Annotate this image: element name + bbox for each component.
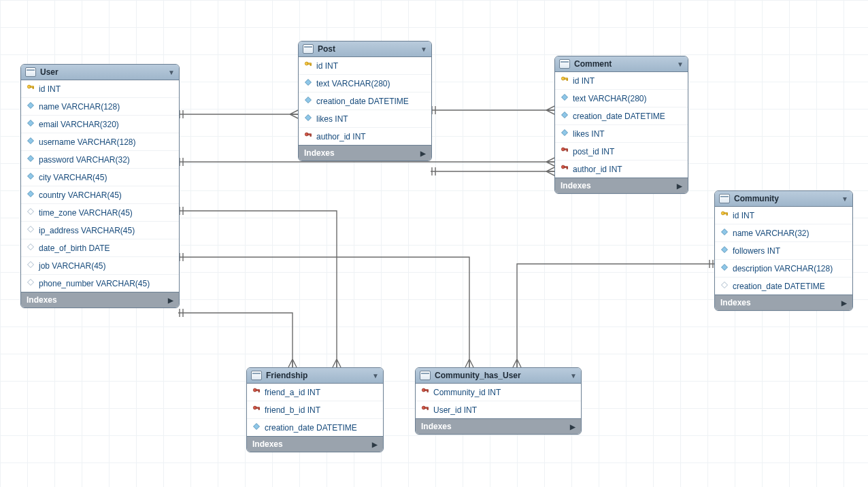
column-row[interactable]: post_id INT <box>555 143 688 161</box>
column-label: phone_number VARCHAR(45) <box>39 279 150 288</box>
entity-comment[interactable]: Comment▼id INTtext VARCHAR(280)creation_… <box>554 56 688 194</box>
column-list: id INTtext VARCHAR(280)creation_date DAT… <box>299 57 431 145</box>
column-row[interactable]: id INT <box>555 72 688 90</box>
opt-icon <box>27 261 35 271</box>
column-row[interactable]: id INT <box>299 57 431 75</box>
column-row[interactable]: creation_date DATETIME <box>247 419 383 436</box>
column-row[interactable]: creation_date DATETIME <box>715 278 852 295</box>
indexes-section[interactable]: Indexes▶ <box>555 178 688 193</box>
column-label: friend_b_id INT <box>265 405 320 415</box>
column-label: Community_id INT <box>433 388 501 397</box>
column-row[interactable]: likes INT <box>299 110 431 128</box>
indexes-section[interactable]: Indexes▶ <box>299 145 431 161</box>
column-row[interactable]: name VARCHAR(128) <box>21 98 179 116</box>
col-icon <box>720 228 729 238</box>
column-row[interactable]: country VARCHAR(45) <box>21 186 179 204</box>
column-row[interactable]: text VARCHAR(280) <box>555 90 688 107</box>
column-row[interactable]: id INT <box>21 80 179 98</box>
column-row[interactable]: creation_date DATETIME <box>299 93 431 110</box>
entity-title-bar[interactable]: Friendship▼ <box>247 368 383 384</box>
fk-icon <box>252 405 261 415</box>
column-label: text VARCHAR(280) <box>316 79 390 88</box>
col-icon <box>561 111 569 121</box>
collapse-icon[interactable]: ▼ <box>420 46 427 53</box>
column-row[interactable]: city VARCHAR(45) <box>21 169 179 186</box>
column-row[interactable]: job VARCHAR(45) <box>21 257 179 275</box>
table-icon <box>251 371 262 380</box>
column-row[interactable]: author_id INT <box>299 128 431 145</box>
expand-icon: ▶ <box>841 299 847 307</box>
entity-user[interactable]: User▼id INTname VARCHAR(128)email VARCHA… <box>20 64 180 308</box>
table-icon <box>719 194 730 203</box>
col-icon <box>720 263 729 273</box>
collapse-icon[interactable]: ▼ <box>372 372 379 380</box>
entity-title-bar[interactable]: Comment▼ <box>555 56 688 72</box>
col-icon <box>27 137 35 147</box>
indexes-section[interactable]: Indexes▶ <box>247 436 383 452</box>
column-row[interactable]: date_of_birth DATE <box>21 239 179 257</box>
entity-title-bar[interactable]: Community▼ <box>715 191 852 207</box>
table-icon <box>559 59 570 69</box>
column-row[interactable]: followers INT <box>715 242 852 260</box>
collapse-icon[interactable]: ▼ <box>841 195 848 203</box>
column-row[interactable]: email VARCHAR(320) <box>21 116 179 133</box>
entity-title-bar[interactable]: Community_has_User▼ <box>416 368 581 384</box>
opt-icon <box>27 278 35 288</box>
column-row[interactable]: username VARCHAR(128) <box>21 133 179 151</box>
column-label: post_id INT <box>573 147 614 156</box>
column-row[interactable]: name VARCHAR(32) <box>715 224 852 242</box>
indexes-section[interactable]: Indexes▶ <box>21 292 179 307</box>
column-row[interactable]: author_id INT <box>555 161 688 178</box>
svg-rect-32 <box>427 408 429 409</box>
collapse-icon[interactable]: ▼ <box>677 61 684 68</box>
column-row[interactable]: id INT <box>715 207 852 224</box>
col-icon <box>304 114 312 124</box>
column-row[interactable]: text VARCHAR(280) <box>299 75 431 93</box>
column-label: friend_a_id INT <box>265 388 320 397</box>
col-icon <box>252 422 261 433</box>
column-row[interactable]: ip_address VARCHAR(45) <box>21 222 179 239</box>
column-label: country VARCHAR(45) <box>39 190 122 200</box>
column-label: email VARCHAR(320) <box>39 120 119 129</box>
entity-title: Post <box>318 44 335 54</box>
column-row[interactable]: creation_date DATETIME <box>555 107 688 125</box>
indexes-section[interactable]: Indexes▶ <box>715 295 852 310</box>
column-label: id INT <box>733 211 754 220</box>
column-label: creation_date DATETIME <box>573 112 665 121</box>
svg-rect-11 <box>567 79 568 80</box>
entity-community[interactable]: Community▼id INTname VARCHAR(32)follower… <box>714 190 853 311</box>
column-row[interactable]: friend_a_id INT <box>247 384 383 401</box>
column-list: id INTname VARCHAR(128)email VARCHAR(320… <box>21 80 179 292</box>
svg-rect-14 <box>567 150 568 151</box>
table-icon <box>25 67 36 77</box>
entity-post[interactable]: Post▼id INTtext VARCHAR(280)creation_dat… <box>298 41 432 161</box>
svg-rect-5 <box>310 64 312 65</box>
column-row[interactable]: likes INT <box>555 125 688 143</box>
column-row[interactable]: description VARCHAR(128) <box>715 260 852 278</box>
collapse-icon[interactable]: ▼ <box>570 372 577 380</box>
column-list: Community_id INTUser_id INT <box>416 384 581 418</box>
entity-title-bar[interactable]: Post▼ <box>299 41 431 57</box>
entity-friendship[interactable]: Friendship▼friend_a_id INTfriend_b_id IN… <box>246 367 384 452</box>
column-label: city VARCHAR(45) <box>39 173 107 182</box>
pk-icon <box>720 210 729 220</box>
pk-icon <box>27 84 35 94</box>
expand-icon: ▶ <box>168 297 173 304</box>
collapse-icon[interactable]: ▼ <box>168 69 175 76</box>
column-row[interactable]: password VARCHAR(32) <box>21 151 179 169</box>
column-row[interactable]: friend_b_id INT <box>247 401 383 419</box>
column-label: author_id INT <box>573 165 622 174</box>
column-label: password VARCHAR(32) <box>39 155 130 165</box>
column-row[interactable]: User_id INT <box>416 401 581 418</box>
column-row[interactable]: time_zone VARCHAR(45) <box>21 204 179 222</box>
column-row[interactable]: Community_id INT <box>416 384 581 401</box>
indexes-section[interactable]: Indexes▶ <box>416 418 581 434</box>
column-label: ip_address VARCHAR(45) <box>39 226 135 235</box>
svg-rect-20 <box>727 214 728 215</box>
column-row[interactable]: phone_number VARCHAR(45) <box>21 275 179 292</box>
entity-chu[interactable]: Community_has_User▼Community_id INTUser_… <box>415 367 582 435</box>
column-label: date_of_birth DATE <box>39 244 110 253</box>
entity-title-bar[interactable]: User▼ <box>21 65 179 80</box>
table-icon <box>420 371 431 380</box>
column-label: job VARCHAR(45) <box>39 261 105 271</box>
